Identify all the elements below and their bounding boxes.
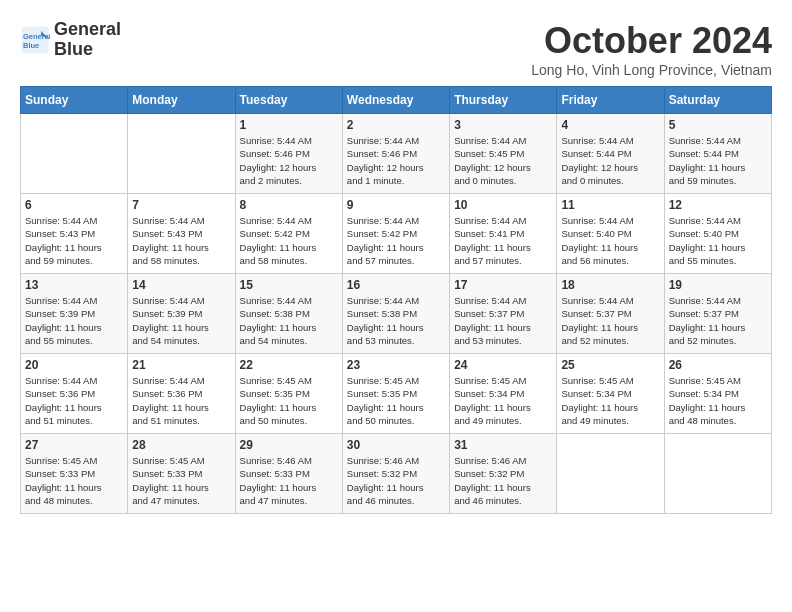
calendar-week-3: 13Sunrise: 5:44 AMSunset: 5:39 PMDayligh…	[21, 274, 772, 354]
day-header-sunday: Sunday	[21, 87, 128, 114]
day-info: Sunrise: 5:45 AMSunset: 5:33 PMDaylight:…	[132, 454, 230, 507]
day-number: 31	[454, 438, 552, 452]
day-number: 16	[347, 278, 445, 292]
day-number: 19	[669, 278, 767, 292]
day-number: 21	[132, 358, 230, 372]
day-header-saturday: Saturday	[664, 87, 771, 114]
day-header-friday: Friday	[557, 87, 664, 114]
month-title: October 2024	[531, 20, 772, 62]
day-number: 29	[240, 438, 338, 452]
calendar-cell: 30Sunrise: 5:46 AMSunset: 5:32 PMDayligh…	[342, 434, 449, 514]
day-number: 6	[25, 198, 123, 212]
calendar-cell: 23Sunrise: 5:45 AMSunset: 5:35 PMDayligh…	[342, 354, 449, 434]
calendar-cell: 27Sunrise: 5:45 AMSunset: 5:33 PMDayligh…	[21, 434, 128, 514]
day-info: Sunrise: 5:44 AMSunset: 5:38 PMDaylight:…	[347, 294, 445, 347]
calendar-cell: 24Sunrise: 5:45 AMSunset: 5:34 PMDayligh…	[450, 354, 557, 434]
day-number: 17	[454, 278, 552, 292]
day-info: Sunrise: 5:44 AMSunset: 5:42 PMDaylight:…	[240, 214, 338, 267]
logo-icon: General Blue	[20, 25, 50, 55]
day-number: 26	[669, 358, 767, 372]
calendar-cell: 29Sunrise: 5:46 AMSunset: 5:33 PMDayligh…	[235, 434, 342, 514]
day-info: Sunrise: 5:44 AMSunset: 5:39 PMDaylight:…	[132, 294, 230, 347]
day-header-monday: Monday	[128, 87, 235, 114]
day-number: 8	[240, 198, 338, 212]
day-number: 10	[454, 198, 552, 212]
day-info: Sunrise: 5:44 AMSunset: 5:36 PMDaylight:…	[25, 374, 123, 427]
day-number: 20	[25, 358, 123, 372]
day-number: 14	[132, 278, 230, 292]
calendar-cell: 28Sunrise: 5:45 AMSunset: 5:33 PMDayligh…	[128, 434, 235, 514]
day-info: Sunrise: 5:44 AMSunset: 5:39 PMDaylight:…	[25, 294, 123, 347]
day-info: Sunrise: 5:46 AMSunset: 5:33 PMDaylight:…	[240, 454, 338, 507]
day-header-tuesday: Tuesday	[235, 87, 342, 114]
calendar-cell	[664, 434, 771, 514]
calendar-cell: 11Sunrise: 5:44 AMSunset: 5:40 PMDayligh…	[557, 194, 664, 274]
calendar-cell: 16Sunrise: 5:44 AMSunset: 5:38 PMDayligh…	[342, 274, 449, 354]
calendar-cell: 4Sunrise: 5:44 AMSunset: 5:44 PMDaylight…	[557, 114, 664, 194]
calendar-header-row: SundayMondayTuesdayWednesdayThursdayFrid…	[21, 87, 772, 114]
calendar-cell: 18Sunrise: 5:44 AMSunset: 5:37 PMDayligh…	[557, 274, 664, 354]
day-info: Sunrise: 5:44 AMSunset: 5:44 PMDaylight:…	[561, 134, 659, 187]
calendar-cell: 9Sunrise: 5:44 AMSunset: 5:42 PMDaylight…	[342, 194, 449, 274]
day-number: 27	[25, 438, 123, 452]
calendar-cell: 19Sunrise: 5:44 AMSunset: 5:37 PMDayligh…	[664, 274, 771, 354]
calendar-week-2: 6Sunrise: 5:44 AMSunset: 5:43 PMDaylight…	[21, 194, 772, 274]
day-info: Sunrise: 5:44 AMSunset: 5:40 PMDaylight:…	[561, 214, 659, 267]
day-header-thursday: Thursday	[450, 87, 557, 114]
day-info: Sunrise: 5:45 AMSunset: 5:35 PMDaylight:…	[240, 374, 338, 427]
day-info: Sunrise: 5:45 AMSunset: 5:34 PMDaylight:…	[561, 374, 659, 427]
day-info: Sunrise: 5:44 AMSunset: 5:46 PMDaylight:…	[347, 134, 445, 187]
day-number: 13	[25, 278, 123, 292]
day-info: Sunrise: 5:44 AMSunset: 5:43 PMDaylight:…	[25, 214, 123, 267]
page-header: General Blue General Blue October 2024 L…	[20, 20, 772, 78]
calendar-cell: 25Sunrise: 5:45 AMSunset: 5:34 PMDayligh…	[557, 354, 664, 434]
day-number: 5	[669, 118, 767, 132]
day-number: 1	[240, 118, 338, 132]
calendar-cell: 8Sunrise: 5:44 AMSunset: 5:42 PMDaylight…	[235, 194, 342, 274]
day-number: 3	[454, 118, 552, 132]
day-info: Sunrise: 5:44 AMSunset: 5:45 PMDaylight:…	[454, 134, 552, 187]
calendar-cell: 5Sunrise: 5:44 AMSunset: 5:44 PMDaylight…	[664, 114, 771, 194]
day-number: 23	[347, 358, 445, 372]
day-info: Sunrise: 5:46 AMSunset: 5:32 PMDaylight:…	[347, 454, 445, 507]
calendar-cell: 3Sunrise: 5:44 AMSunset: 5:45 PMDaylight…	[450, 114, 557, 194]
day-number: 11	[561, 198, 659, 212]
day-info: Sunrise: 5:44 AMSunset: 5:38 PMDaylight:…	[240, 294, 338, 347]
day-number: 25	[561, 358, 659, 372]
calendar-week-1: 1Sunrise: 5:44 AMSunset: 5:46 PMDaylight…	[21, 114, 772, 194]
day-number: 30	[347, 438, 445, 452]
logo-line2: Blue	[54, 40, 121, 60]
calendar-cell: 20Sunrise: 5:44 AMSunset: 5:36 PMDayligh…	[21, 354, 128, 434]
day-info: Sunrise: 5:44 AMSunset: 5:44 PMDaylight:…	[669, 134, 767, 187]
day-info: Sunrise: 5:44 AMSunset: 5:46 PMDaylight:…	[240, 134, 338, 187]
logo: General Blue General Blue	[20, 20, 121, 60]
day-number: 7	[132, 198, 230, 212]
calendar-cell: 2Sunrise: 5:44 AMSunset: 5:46 PMDaylight…	[342, 114, 449, 194]
day-info: Sunrise: 5:44 AMSunset: 5:40 PMDaylight:…	[669, 214, 767, 267]
calendar-cell: 26Sunrise: 5:45 AMSunset: 5:34 PMDayligh…	[664, 354, 771, 434]
title-block: October 2024 Long Ho, Vinh Long Province…	[531, 20, 772, 78]
day-info: Sunrise: 5:44 AMSunset: 5:42 PMDaylight:…	[347, 214, 445, 267]
calendar-cell: 22Sunrise: 5:45 AMSunset: 5:35 PMDayligh…	[235, 354, 342, 434]
day-number: 24	[454, 358, 552, 372]
day-number: 18	[561, 278, 659, 292]
day-header-wednesday: Wednesday	[342, 87, 449, 114]
day-info: Sunrise: 5:44 AMSunset: 5:36 PMDaylight:…	[132, 374, 230, 427]
day-info: Sunrise: 5:45 AMSunset: 5:35 PMDaylight:…	[347, 374, 445, 427]
day-number: 15	[240, 278, 338, 292]
calendar-cell	[128, 114, 235, 194]
calendar-body: 1Sunrise: 5:44 AMSunset: 5:46 PMDaylight…	[21, 114, 772, 514]
day-info: Sunrise: 5:45 AMSunset: 5:33 PMDaylight:…	[25, 454, 123, 507]
day-info: Sunrise: 5:44 AMSunset: 5:37 PMDaylight:…	[561, 294, 659, 347]
day-number: 22	[240, 358, 338, 372]
calendar-week-5: 27Sunrise: 5:45 AMSunset: 5:33 PMDayligh…	[21, 434, 772, 514]
day-number: 9	[347, 198, 445, 212]
calendar-cell: 6Sunrise: 5:44 AMSunset: 5:43 PMDaylight…	[21, 194, 128, 274]
calendar-week-4: 20Sunrise: 5:44 AMSunset: 5:36 PMDayligh…	[21, 354, 772, 434]
calendar-cell: 10Sunrise: 5:44 AMSunset: 5:41 PMDayligh…	[450, 194, 557, 274]
logo-line1: General	[54, 20, 121, 40]
location: Long Ho, Vinh Long Province, Vietnam	[531, 62, 772, 78]
calendar-cell: 13Sunrise: 5:44 AMSunset: 5:39 PMDayligh…	[21, 274, 128, 354]
day-number: 28	[132, 438, 230, 452]
day-info: Sunrise: 5:44 AMSunset: 5:37 PMDaylight:…	[454, 294, 552, 347]
